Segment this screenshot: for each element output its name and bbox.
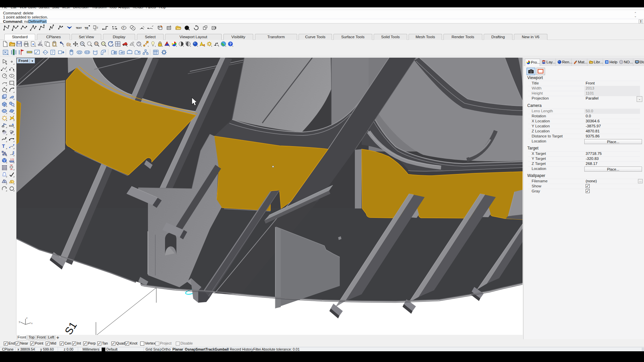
svg-text:2: 2 (97, 26, 98, 29)
svg-text:x: x (31, 322, 33, 325)
svg-text:?: ? (229, 42, 232, 46)
svg-text:?: ? (606, 61, 608, 64)
svg-text:T: T (2, 143, 5, 149)
svg-text:P: P (123, 27, 124, 29)
svg-text:y: y (19, 320, 20, 323)
svg-text:TE: TE (85, 26, 89, 30)
svg-text:TEXT: TEXT (76, 27, 82, 29)
svg-text:123: 123 (10, 158, 14, 161)
svg-text:z: z (26, 316, 28, 319)
